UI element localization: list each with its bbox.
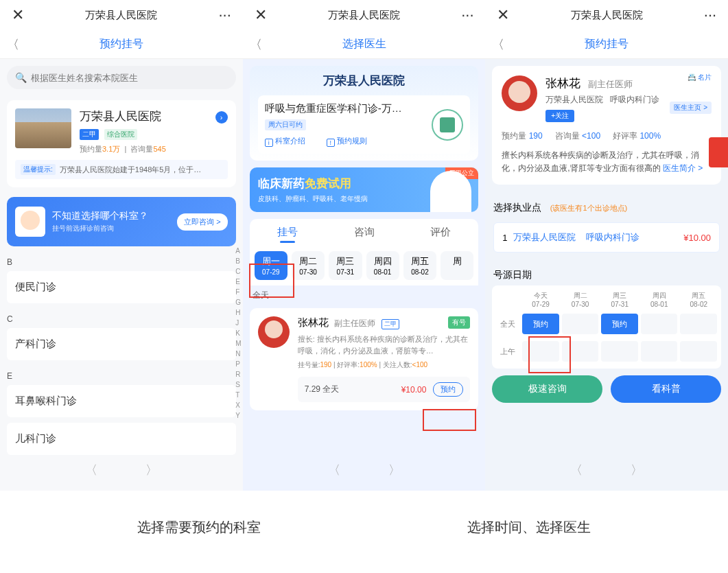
search-input[interactable] (31, 73, 228, 83)
index-letter[interactable]: M (235, 340, 241, 350)
section-header-b: B (7, 257, 236, 267)
app-title: 万荣县人民医院 (328, 9, 400, 22)
book-button[interactable]: 预约 (433, 382, 463, 397)
date-grid-header: 今天07-29周二07-30周三07-31周四08-01周五08-02 (495, 291, 718, 308)
index-letter[interactable]: A (235, 247, 241, 257)
doctor-name: 张林花 (545, 77, 580, 90)
doctor-name: 张林花 (298, 316, 329, 328)
availability-badge: 周六日可约 (265, 119, 306, 130)
index-letter[interactable]: H (235, 309, 241, 319)
dept-item[interactable]: 便民门诊 (7, 271, 236, 303)
day-option[interactable]: 周二07-30 (292, 251, 325, 280)
doctor-page-link[interactable]: 医生主页 > (670, 102, 712, 114)
hospital-card[interactable]: 万荣县人民医院 二甲 综合医院 预约量3.1万 | 咨询量545 › 温馨提示:… (7, 100, 236, 187)
slot-cell[interactable]: 预约 (522, 314, 559, 334)
follow-button[interactable]: +关注 (545, 110, 574, 122)
more-icon[interactable]: ··· (458, 6, 477, 24)
arrow-right-icon[interactable]: › (215, 111, 228, 124)
index-letter[interactable]: P (235, 360, 241, 371)
doctor-icon (15, 207, 45, 237)
dept-item[interactable]: 产科门诊 (7, 328, 236, 360)
doctor-card[interactable]: 有号 张林花 副主任医师 二甲 擅长: 擅长内科系统各种疾病的诊断及治疗，尤其在… (250, 308, 479, 410)
index-letter[interactable]: X (235, 401, 241, 412)
available-badge: 有号 (448, 316, 470, 329)
tab-review[interactable]: 评价 (402, 219, 478, 246)
index-letter[interactable]: F (235, 288, 241, 299)
index-letter[interactable]: R (235, 371, 241, 381)
close-icon[interactable]: ✕ (493, 6, 513, 24)
back-icon[interactable]: 〈 (492, 36, 504, 53)
section-header-e: E (7, 371, 236, 381)
row-label-am: 上午 (495, 347, 521, 357)
slot-cell (680, 341, 717, 362)
search-field[interactable]: 🔍 (7, 66, 236, 89)
next-icon[interactable]: 〉 (631, 462, 643, 478)
fast-consult-button[interactable]: 极速咨询 (492, 375, 602, 403)
caption-2: 选择时间、选择医生 (329, 518, 728, 559)
prev-icon[interactable]: 〈 (570, 462, 583, 478)
index-letter[interactable]: J (235, 319, 241, 329)
index-letter[interactable]: N (235, 350, 241, 360)
consult-button[interactable]: 立即咨询 > (177, 213, 227, 231)
dept-rule-link[interactable]: !预约规则 (327, 137, 377, 145)
page-title: 预约挂号 (585, 37, 629, 51)
index-letter[interactable]: K (235, 329, 241, 340)
prev-icon[interactable]: 〈 (328, 462, 340, 478)
doctor-avatar (502, 75, 537, 111)
index-letter[interactable]: S (235, 381, 241, 391)
tab-register[interactable]: 挂号 (250, 219, 326, 246)
index-letter[interactable]: E (235, 278, 241, 288)
next-icon[interactable]: 〉 (145, 462, 158, 478)
hospital-image (15, 108, 71, 148)
day-option[interactable]: 周 (441, 251, 473, 280)
tab-consult[interactable]: 咨询 (326, 219, 402, 246)
app-title: 万荣县人民医院 (85, 9, 157, 22)
day-option[interactable]: 周一07-29 (255, 251, 287, 280)
more-link[interactable]: 医生简介 > (663, 163, 703, 173)
next-icon[interactable]: 〉 (388, 462, 401, 478)
view-science-button[interactable]: 看科普 (611, 375, 721, 403)
main-tabs: 挂号 咨询 评价 (250, 219, 479, 246)
alpha-index[interactable]: ABCEFGHJKMNPRSTXY (235, 247, 241, 422)
page-title: 选择医生 (342, 37, 386, 51)
more-icon[interactable]: ··· (215, 6, 235, 24)
hospital-title: 万荣县人民医院 (258, 73, 471, 89)
dept-item[interactable]: 儿科门诊 (7, 423, 236, 455)
close-icon[interactable]: ✕ (251, 6, 270, 24)
banner-question: 不知道选择哪个科室？ (52, 210, 177, 222)
bottom-nav: 〈〉 〈〉 〈〉 (0, 456, 728, 484)
dept-box: 呼吸与危重症医学科门诊-万… 周六日可约 i科室介绍 !预约规则 (258, 95, 471, 154)
day-option[interactable]: 周五08-02 (403, 251, 436, 280)
day-option[interactable]: 周三07-31 (329, 251, 362, 280)
location-option[interactable]: 1 万荣县人民医院 呼吸内科门诊 ¥10.00 (493, 222, 720, 253)
doctor-stats: 挂号量:190 | 好评率:100% | 关注人数:<100 (298, 360, 471, 370)
slot-cell (641, 341, 678, 362)
day-option[interactable]: 周四08-01 (366, 251, 399, 280)
time-filter[interactable]: 全天 (253, 290, 476, 301)
app-title: 万荣县人民医院 (571, 9, 643, 22)
section-header-c: C (7, 314, 236, 324)
doctor-title: 副主任医师 (334, 318, 375, 328)
doctor-illustration-icon (430, 171, 471, 212)
topbar: ✕ 万荣县人民医院 ··· (0, 0, 243, 30)
index-letter[interactable]: Y (235, 412, 241, 422)
dept-intro-link[interactable]: i科室介绍 (265, 137, 315, 145)
consult-banner[interactable]: 不知道选择哪个科室？ 挂号前选择诊前咨询 立即咨询 > (7, 197, 236, 246)
namecard-link[interactable]: 📇 名片 (688, 73, 712, 82)
dept-item[interactable]: 耳鼻喉科门诊 (7, 385, 236, 417)
drug-trial-banner[interactable]: 三甲公立 临床新药免费试用 皮肤科、肿瘤科、呼吸科、老年慢病 (250, 167, 479, 212)
index-letter[interactable]: C (235, 268, 241, 278)
back-icon[interactable]: 〈 (7, 36, 19, 53)
doctor-role: 副主任医师 (588, 79, 633, 89)
topbar: ✕ 万荣县人民医院 ··· (243, 0, 486, 30)
back-icon[interactable]: 〈 (250, 36, 262, 53)
prev-icon[interactable]: 〈 (85, 462, 97, 478)
more-icon[interactable]: ··· (701, 6, 720, 24)
index-letter[interactable]: T (235, 391, 241, 401)
slot-cell[interactable]: 预约 (601, 314, 638, 334)
close-icon[interactable]: ✕ (8, 6, 27, 24)
index-letter[interactable]: G (235, 299, 241, 309)
ribbon-icon (709, 137, 728, 167)
date-header: 号源日期 (493, 269, 720, 281)
index-letter[interactable]: B (235, 257, 241, 268)
